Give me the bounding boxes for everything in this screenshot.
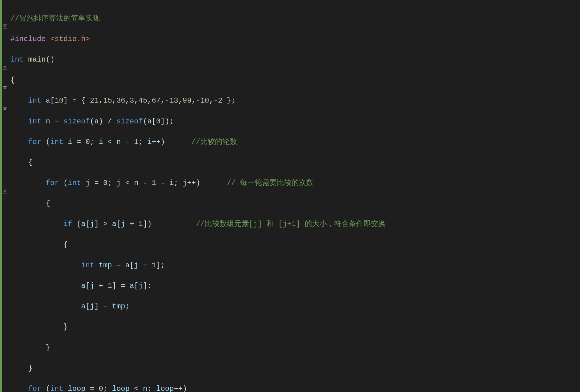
op: ++) — [174, 385, 187, 392]
preprocessor: #include — [10, 35, 46, 43]
number: 1 — [134, 138, 138, 146]
number: -13 — [165, 96, 178, 105]
ident-a: a — [130, 282, 134, 290]
ident-a: a — [81, 302, 85, 311]
bracket: [ — [86, 220, 90, 228]
comma: , — [161, 96, 165, 105]
include-header: <stdio.h> — [50, 35, 90, 43]
number: 45 — [139, 96, 147, 105]
paren: ( — [143, 117, 147, 126]
parens: () — [46, 55, 55, 64]
keyword-int: int — [50, 138, 63, 146]
op: ) / — [99, 117, 116, 126]
fold-toggle[interactable]: ⊟ — [3, 24, 7, 28]
text: ] = { — [63, 96, 90, 105]
code-line: { — [10, 240, 578, 250]
code-line: { — [10, 157, 578, 168]
code-line: a[j + 1] = a[j]; — [10, 281, 578, 291]
code-line: int n = sizeof(a) / sizeof(a[0]); — [10, 116, 578, 127]
ident-a: a — [94, 117, 99, 126]
code-line: { — [10, 198, 578, 209]
keyword-for: for — [46, 179, 59, 187]
ident-j: j — [134, 261, 138, 270]
op: ] = — [94, 302, 112, 311]
ident-a: a — [81, 282, 85, 290]
ident-j: j — [139, 282, 143, 290]
op: = — [50, 117, 63, 126]
code-line: a[j] = tmp; — [10, 301, 578, 312]
bracket: [ — [152, 117, 156, 126]
number: 15 — [103, 96, 112, 105]
op: ; — [139, 138, 147, 146]
brace: { — [46, 199, 50, 208]
ident-i: i — [99, 138, 103, 146]
code-line: int tmp = a[j + 1]; — [10, 260, 578, 271]
keyword-int: int — [68, 179, 81, 187]
keyword-int: int — [28, 96, 41, 105]
op: - — [139, 179, 152, 187]
op: ] > — [94, 220, 112, 228]
ident-i: i — [68, 138, 72, 146]
ident-i: i — [147, 138, 152, 146]
ident-n: n — [134, 179, 138, 187]
ident-j: j — [90, 302, 94, 311]
number: 1 — [152, 261, 156, 270]
code-line: for (int loop = 0; loop < n; loop++) — [10, 384, 578, 392]
op: ++) — [187, 179, 227, 187]
code-line: } — [10, 343, 578, 353]
ident-a: a — [81, 220, 85, 228]
ident-j: j — [183, 179, 187, 187]
bracket: [ — [116, 220, 121, 228]
op: + — [139, 261, 152, 270]
number: 0 — [103, 179, 108, 187]
fold-toggle[interactable]: ⊟ — [3, 86, 7, 90]
op: < — [103, 138, 116, 146]
fold-gutter: ⊟ ⊟ ⊟ ⊟ ⊟ — [2, 0, 8, 392]
op: - — [121, 138, 134, 146]
number: 1 — [152, 179, 156, 187]
op: = — [86, 385, 99, 392]
code-area[interactable]: //冒泡排序算法的简单实现 #include <stdio.h> int mai… — [8, 0, 580, 392]
code-line: for (int j = 0; j < n - 1 - i; j++) // 每… — [10, 178, 578, 188]
keyword-int: int — [28, 117, 41, 126]
bracket: [ — [130, 261, 134, 270]
comma: , — [209, 96, 213, 105]
op: = — [112, 261, 125, 270]
ident-a: a — [125, 261, 130, 270]
number: 0 — [99, 385, 103, 392]
code-line: #include <stdio.h> — [10, 34, 578, 44]
text: ]); — [161, 117, 174, 126]
ident-a: a — [112, 220, 116, 228]
keyword-int: int — [81, 261, 94, 270]
keyword-int: int — [50, 385, 63, 392]
ident-a: a — [147, 117, 152, 126]
comma: , — [178, 96, 182, 105]
keyword-sizeof: sizeof — [116, 117, 143, 126]
paren: ( — [90, 117, 94, 126]
code-editor: ⊟ ⊟ ⊟ ⊟ ⊟ //冒泡排序算法的简单实现 #include <stdio.… — [0, 0, 580, 392]
keyword-sizeof: sizeof — [63, 117, 90, 126]
ident-tmp: tmp — [112, 302, 125, 311]
op: = — [72, 138, 86, 146]
fold-toggle[interactable]: ⊟ — [3, 190, 7, 194]
op: < — [130, 385, 143, 392]
code-line: } — [10, 363, 578, 374]
number: 0 — [156, 117, 160, 126]
fold-toggle[interactable]: ⊟ — [3, 66, 7, 70]
fold-toggle[interactable]: ⊟ — [3, 107, 7, 111]
paren: ( — [41, 138, 50, 146]
op: ++) — [152, 138, 192, 146]
comma: , — [99, 96, 103, 105]
op: < — [121, 179, 134, 187]
comma: , — [112, 96, 116, 105]
code-line: { — [10, 75, 578, 85]
number: 36 — [116, 96, 125, 105]
number: 99 — [183, 96, 192, 105]
number: -10 — [196, 96, 209, 105]
code-line: if (a[j] > a[j + 1]) //比较数组元素[j] 和 [j+1]… — [10, 219, 578, 229]
op: + — [125, 220, 139, 228]
op: ; — [108, 179, 116, 187]
keyword-int: int — [10, 55, 24, 64]
comma: , — [147, 96, 152, 105]
ident-a: a — [46, 96, 50, 105]
